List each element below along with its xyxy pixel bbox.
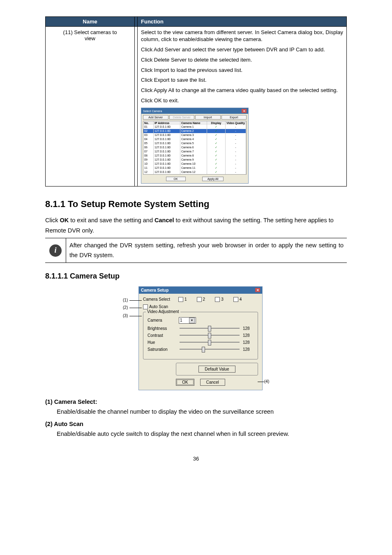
table-row[interactable]: 01127.0.0.1:80Camera 1✓- — [143, 125, 246, 129]
select-camera-dialog: Select Camera ✕ Add Server Delete Server… — [141, 108, 249, 184]
fn1-heading: (1) Camera Select: — [45, 398, 347, 405]
heading-811: 8.1.1 To Setup Remote System Setting — [45, 199, 347, 210]
func-p3: Click Delete Server to delete the select… — [141, 57, 343, 64]
add-server-button[interactable]: Add Server — [143, 115, 168, 120]
camera-grid: No. IP Address Camera Name Display Video… — [143, 121, 247, 175]
camera-select-label: Camera Select — [143, 297, 176, 302]
table-row[interactable]: 02127.0.0.1:80Camera 2✓- — [143, 129, 246, 133]
contrast-slider[interactable] — [180, 335, 240, 336]
info-text: After changed the DVR system setting, re… — [66, 238, 347, 262]
table-row[interactable]: 10127.0.0.1:80Camera 10✓- — [143, 162, 246, 166]
hue-label: Hue — [148, 340, 176, 345]
camera-select-2[interactable]: 2 — [197, 297, 205, 302]
default-value-button[interactable]: Default Value — [198, 366, 235, 373]
func-p6: Click Apply All to change all the camera… — [141, 87, 343, 94]
func-p7: Click OK to exit. — [141, 97, 343, 104]
table-row[interactable]: 07127.0.0.1:80Camera 7✓- — [143, 150, 246, 154]
hue-slider[interactable] — [180, 342, 240, 343]
auto-scan-checkbox[interactable]: Auto Scan — [143, 304, 168, 309]
camera-select-1[interactable]: 1 — [178, 297, 187, 302]
grid-head-ip: IP Address — [154, 121, 180, 125]
table-row[interactable]: 11127.0.0.1:80Camera 11✓- — [143, 166, 246, 170]
fn1-body: Enable/disable the channel number to dis… — [57, 407, 347, 417]
grid-head-vq: Video Quality — [226, 121, 246, 125]
camera-setup-title: Camera Setup — [141, 288, 168, 292]
camera-dropdown[interactable]: 1 ▾ — [179, 317, 196, 324]
table-row[interactable]: 04127.0.0.1:80Camera 4✓- — [143, 137, 246, 141]
callout-1: (1) — [123, 298, 128, 302]
heading-8111: 8.1.1.1 Camera Setup — [45, 272, 347, 281]
video-adjustment-legend: Video Adjustment — [146, 309, 180, 314]
func-p4: Click Import to load the previous saved … — [141, 67, 343, 74]
info-callout: i After changed the DVR system setting, … — [45, 238, 347, 263]
callout-2-line — [129, 308, 142, 308]
callout-2: (2) — [123, 305, 128, 310]
table-row[interactable]: 05127.0.0.1:80Camera 5✓- — [143, 141, 246, 145]
body-p1d: Cancel — [154, 217, 174, 223]
ok-button[interactable]: OK — [176, 379, 194, 386]
grid-head-display: Display — [207, 121, 226, 125]
saturation-slider[interactable] — [180, 349, 240, 350]
func-p5: Click Export to save the list. — [141, 77, 343, 84]
name-function-table: Name Function (11) Select cameras to vie… — [45, 16, 347, 186]
delete-server-button[interactable]: Delete Server — [169, 115, 195, 120]
contrast-value: 128 — [243, 333, 254, 338]
table-row[interactable]: 08127.0.0.1:80Camera 8✓- — [143, 154, 246, 158]
body-p1a: Click — [45, 217, 60, 223]
hue-value: 128 — [243, 340, 254, 345]
table-row[interactable]: 12127.0.0.1:80Camera 12✓- — [143, 170, 246, 174]
func-p1: Select to the view camera from different… — [141, 29, 343, 43]
page-number: 36 — [45, 456, 347, 462]
saturation-value: 128 — [243, 347, 254, 352]
table-row[interactable]: 09127.0.0.1:80Camera 9✓- — [143, 158, 246, 162]
export-button[interactable]: Export — [221, 115, 247, 120]
close-icon[interactable]: ✕ — [255, 288, 260, 292]
body-paragraph: Click OK to exit and save the setting an… — [45, 215, 347, 235]
grid-head-name: Camera Name — [180, 121, 207, 125]
grid-head-no: No. — [143, 121, 154, 125]
row-name-line2: view — [85, 35, 95, 41]
callout-4: (4) — [264, 379, 269, 384]
table-header-name: Name — [46, 17, 135, 27]
apply-all-button[interactable]: Apply All — [202, 177, 224, 181]
brightness-value: 128 — [243, 326, 254, 331]
table-row[interactable]: 06127.0.0.1:80Camera 6✓- — [143, 145, 246, 150]
close-icon[interactable]: ✕ — [242, 109, 247, 113]
camera-setup-figure: (1) (2) (3) (4) Camera Setup ✕ Camera Se… — [122, 286, 270, 390]
brightness-slider[interactable] — [180, 328, 240, 329]
fn2-body: Enable/disable auto cycle switch to disp… — [57, 429, 347, 439]
camera-select-4[interactable]: 4 — [233, 297, 242, 302]
cancel-button[interactable]: Cancel — [200, 379, 225, 386]
body-p1c: to exit and save the setting and — [69, 217, 154, 223]
brightness-label: Brightness — [148, 326, 176, 331]
row-name-cell: (11) Select cameras to view — [46, 27, 135, 187]
import-button[interactable]: Import — [195, 115, 221, 120]
camera-dropdown-label: Camera — [148, 318, 176, 322]
table-row[interactable]: 03127.0.0.1:80Camera 3✓- — [143, 133, 246, 137]
camera-setup-dialog: Camera Setup ✕ Camera Select 1 2 3 4 Aut… — [138, 286, 263, 390]
chevron-down-icon: ▾ — [189, 318, 195, 323]
callout-4-line — [258, 382, 264, 382]
table-header-function: Function — [138, 17, 347, 27]
callout-3: (3) — [123, 313, 128, 318]
table-header-sep — [135, 17, 138, 27]
select-camera-title: Select Camera — [143, 110, 162, 113]
contrast-label: Contrast — [148, 333, 176, 338]
saturation-label: Satruration — [148, 347, 176, 352]
video-adjustment-group: Video Adjustment Camera 1 ▾ Brightness 1… — [143, 312, 258, 359]
function-cell: Select to the view camera from different… — [138, 27, 347, 187]
callout-3-line — [129, 316, 142, 316]
fn2-heading: (2) Auto Scan — [45, 421, 347, 427]
table-bottom-rule — [45, 186, 347, 187]
camera-select-3[interactable]: 3 — [215, 297, 224, 302]
callout-1-line — [129, 300, 142, 301]
ok-button[interactable]: OK — [166, 177, 186, 181]
row-sep-cell — [135, 27, 138, 187]
row-name-line1: (11) Select cameras to — [63, 29, 117, 35]
func-p2: Click Add Server and select the server t… — [141, 46, 343, 53]
body-p1b: OK — [60, 217, 69, 223]
info-icon: i — [45, 238, 66, 262]
